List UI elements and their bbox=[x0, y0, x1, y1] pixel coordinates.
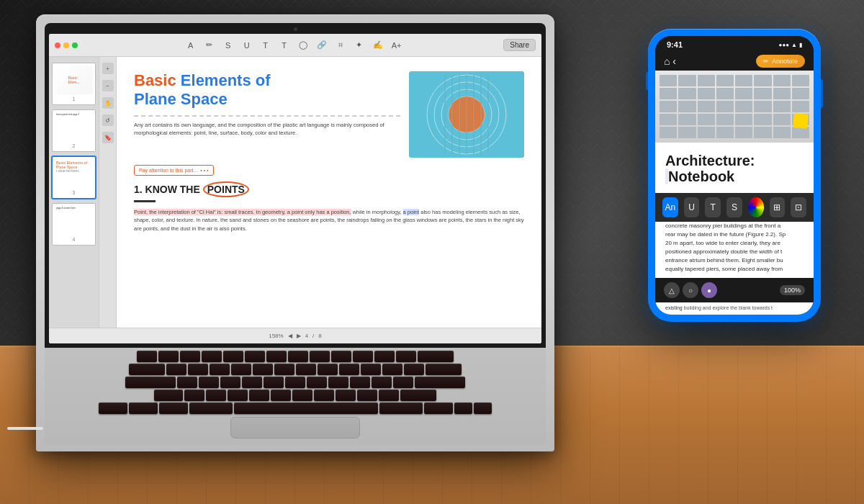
key[interactable] bbox=[264, 377, 284, 388]
toolbar-link-icon[interactable]: 🔗 bbox=[315, 39, 328, 52]
key[interactable] bbox=[372, 377, 392, 388]
key[interactable] bbox=[285, 377, 305, 388]
command-right-key[interactable] bbox=[379, 402, 423, 414]
control-key[interactable] bbox=[129, 402, 158, 414]
minimize-button[interactable] bbox=[63, 42, 69, 48]
key[interactable] bbox=[307, 377, 327, 388]
key[interactable] bbox=[188, 364, 208, 375]
anno-tool-grid2[interactable]: ⊡ bbox=[791, 197, 806, 217]
anno-tool-underline[interactable]: U bbox=[684, 197, 700, 217]
shift-left-key[interactable] bbox=[154, 390, 183, 401]
caps-lock-key[interactable] bbox=[125, 377, 176, 388]
bottom-tool-triangle[interactable]: △ bbox=[664, 282, 680, 298]
key[interactable] bbox=[210, 364, 230, 375]
toolbar-text-icon[interactable]: A bbox=[184, 39, 197, 52]
anno-tool-grid1[interactable]: ⊞ bbox=[770, 197, 786, 217]
toolbar-shapes-icon[interactable]: ◯ bbox=[297, 39, 310, 52]
anno-tool-text[interactable]: T bbox=[705, 197, 721, 217]
key[interactable] bbox=[357, 390, 377, 401]
key[interactable] bbox=[266, 351, 287, 362]
trackpad[interactable] bbox=[230, 417, 360, 438]
key[interactable] bbox=[296, 364, 316, 375]
key[interactable] bbox=[199, 377, 219, 388]
share-button[interactable]: Share bbox=[503, 39, 536, 51]
key[interactable] bbox=[202, 351, 222, 362]
thumbnail-2[interactable]: lorem ipsum text page 2 2 bbox=[52, 109, 96, 152]
thumbnail-1[interactable]: BasicElem... 1 bbox=[52, 63, 96, 105]
key[interactable] bbox=[180, 351, 200, 362]
key[interactable] bbox=[393, 377, 413, 388]
thumbnail-4[interactable]: page 4 content here 4 bbox=[52, 203, 96, 246]
key[interactable] bbox=[350, 377, 370, 388]
key[interactable] bbox=[249, 390, 269, 401]
key[interactable] bbox=[184, 390, 204, 401]
key[interactable] bbox=[137, 351, 157, 362]
toolbar-sign-icon[interactable]: ✍ bbox=[372, 39, 384, 52]
toolbar-more-icon[interactable]: A+ bbox=[390, 39, 403, 52]
bookmark-tool[interactable]: 🔖 bbox=[102, 132, 114, 143]
toolbar-pen-icon[interactable]: ✏ bbox=[203, 39, 216, 52]
annotate-button[interactable]: ✏ Annotate bbox=[756, 55, 805, 68]
toolbar-stamp-icon[interactable]: ✦ bbox=[353, 39, 366, 52]
key[interactable] bbox=[328, 377, 348, 388]
key[interactable] bbox=[288, 351, 308, 362]
key[interactable] bbox=[318, 364, 338, 375]
key[interactable] bbox=[331, 351, 351, 362]
key[interactable] bbox=[223, 351, 243, 362]
key[interactable] bbox=[166, 364, 186, 375]
bottom-tool-circle-filled[interactable]: ● bbox=[701, 282, 717, 298]
key[interactable] bbox=[271, 390, 291, 401]
pan-tool[interactable]: ✋ bbox=[102, 97, 114, 109]
toolbar-crop-icon[interactable]: ⌗ bbox=[334, 39, 347, 52]
key[interactable] bbox=[314, 390, 334, 401]
return-key2[interactable] bbox=[415, 377, 465, 388]
key[interactable] bbox=[245, 351, 265, 362]
fn-key[interactable] bbox=[99, 402, 127, 414]
key[interactable] bbox=[379, 390, 399, 401]
anno-tool-strikethrough[interactable]: S bbox=[726, 197, 742, 217]
key[interactable] bbox=[374, 351, 395, 362]
key[interactable] bbox=[310, 351, 330, 362]
tab-key[interactable] bbox=[129, 364, 165, 375]
option-key[interactable] bbox=[159, 402, 188, 414]
close-button[interactable] bbox=[55, 42, 60, 48]
option-right-key[interactable] bbox=[424, 402, 453, 414]
key[interactable] bbox=[396, 351, 416, 362]
toolbar-strikethrough-icon[interactable]: S bbox=[222, 39, 235, 52]
anno-tool-an[interactable]: An bbox=[662, 197, 678, 217]
zoom-in-tool[interactable]: + bbox=[102, 63, 114, 74]
key[interactable] bbox=[339, 364, 359, 375]
key[interactable] bbox=[177, 377, 197, 388]
thumbnail-3[interactable]: Basic Elements of Plane Space 1. KNOW TH… bbox=[52, 156, 96, 199]
key[interactable] bbox=[220, 377, 240, 388]
command-left-key[interactable] bbox=[189, 402, 233, 414]
rotate-tool[interactable]: ↺ bbox=[102, 114, 114, 126]
key[interactable] bbox=[253, 364, 273, 375]
return-key[interactable] bbox=[426, 364, 462, 375]
page-back-btn[interactable]: ◀ bbox=[288, 333, 292, 339]
phone-home-button[interactable]: ⌂ ‹ bbox=[664, 55, 676, 67]
page-forward-btn[interactable]: ▶ bbox=[297, 333, 301, 339]
anno-tool-color[interactable] bbox=[748, 197, 764, 217]
zoom-out-tool[interactable]: − bbox=[102, 80, 114, 91]
key[interactable] bbox=[382, 364, 402, 375]
key[interactable] bbox=[228, 390, 248, 401]
arrow-left-key[interactable] bbox=[454, 402, 472, 414]
key[interactable] bbox=[353, 351, 373, 362]
key[interactable] bbox=[336, 390, 356, 401]
toolbar-underline-icon[interactable]: U bbox=[240, 39, 253, 52]
shift-right-key[interactable] bbox=[400, 390, 436, 401]
toolbar-textbox-icon[interactable]: T bbox=[278, 39, 291, 52]
key[interactable] bbox=[404, 364, 424, 375]
key[interactable] bbox=[274, 364, 294, 375]
key[interactable] bbox=[158, 351, 179, 362]
backspace-key[interactable] bbox=[418, 351, 454, 362]
key[interactable] bbox=[361, 364, 381, 375]
toolbar-type-icon[interactable]: T bbox=[259, 39, 272, 52]
space-key[interactable] bbox=[234, 402, 378, 414]
key[interactable] bbox=[231, 364, 251, 375]
fullscreen-button[interactable] bbox=[72, 42, 78, 48]
arrow-right-key[interactable] bbox=[474, 402, 492, 414]
bottom-tool-circle-outline[interactable]: ○ bbox=[683, 282, 698, 298]
key[interactable] bbox=[242, 377, 262, 388]
